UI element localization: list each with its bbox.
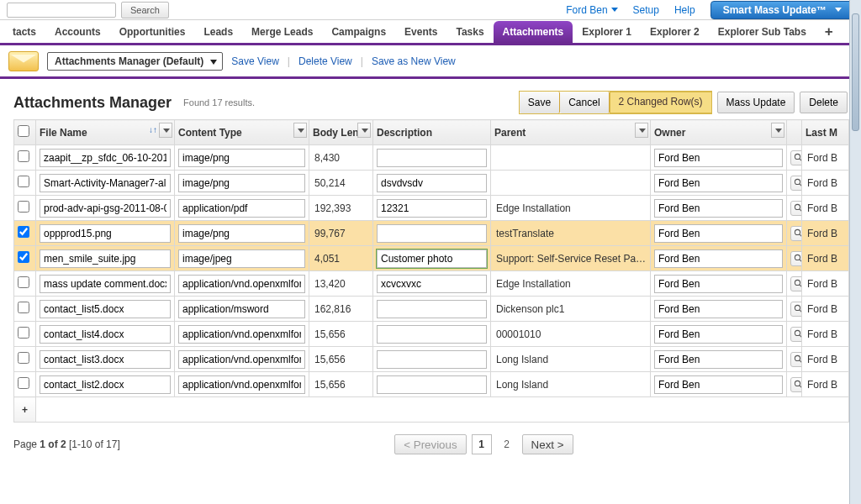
owner-lookup-icon[interactable] bbox=[790, 302, 802, 317]
description-input[interactable] bbox=[377, 350, 487, 369]
column-menu-icon[interactable] bbox=[293, 123, 307, 138]
page-number-1[interactable]: 1 bbox=[472, 434, 492, 454]
tab-campaigns[interactable]: Campaigns bbox=[322, 21, 395, 43]
owner-input[interactable] bbox=[654, 174, 783, 192]
description-input[interactable] bbox=[377, 300, 487, 318]
row-checkbox[interactable] bbox=[18, 276, 29, 288]
page-number-2[interactable]: 2 bbox=[497, 434, 517, 454]
owner-lookup-icon[interactable] bbox=[790, 352, 802, 367]
column-header-owner[interactable]: Owner bbox=[651, 120, 787, 145]
tab-add[interactable]: + bbox=[816, 21, 843, 43]
file-name-input[interactable] bbox=[40, 249, 171, 268]
owner-input[interactable] bbox=[654, 375, 783, 394]
tab-accounts[interactable]: Accounts bbox=[45, 21, 110, 43]
column-header-file-name[interactable]: File Name↓↑ bbox=[36, 120, 175, 145]
content-type-input[interactable] bbox=[178, 275, 305, 293]
help-link[interactable]: Help bbox=[674, 4, 695, 16]
owner-input[interactable] bbox=[654, 350, 783, 369]
row-checkbox[interactable] bbox=[18, 251, 29, 263]
row-checkbox[interactable] bbox=[18, 201, 29, 213]
file-name-input[interactable] bbox=[40, 375, 171, 394]
select-all-checkbox[interactable] bbox=[18, 125, 29, 137]
content-type-input[interactable] bbox=[178, 249, 305, 268]
column-menu-icon[interactable] bbox=[159, 123, 172, 138]
tab-explorer-sub-tabs[interactable]: Explorer Sub Tabs bbox=[709, 21, 816, 43]
column-menu-icon[interactable] bbox=[357, 123, 371, 138]
tab-leads[interactable]: Leads bbox=[194, 21, 242, 43]
owner-input[interactable] bbox=[654, 300, 783, 318]
row-checkbox[interactable] bbox=[18, 377, 29, 389]
save-button[interactable]: Save bbox=[520, 92, 560, 113]
row-checkbox[interactable] bbox=[18, 150, 29, 162]
row-checkbox[interactable] bbox=[18, 302, 29, 313]
file-name-input[interactable] bbox=[40, 199, 171, 218]
owner-input[interactable] bbox=[654, 149, 783, 167]
content-type-input[interactable] bbox=[178, 149, 305, 167]
user-menu[interactable]: Ford Ben bbox=[566, 4, 617, 16]
file-name-input[interactable] bbox=[40, 350, 171, 369]
column-header-last-m[interactable]: Last M bbox=[802, 120, 849, 145]
tab-events[interactable]: Events bbox=[395, 21, 446, 43]
owner-lookup-icon[interactable] bbox=[790, 327, 802, 342]
owner-input[interactable] bbox=[654, 224, 783, 243]
owner-lookup-icon[interactable] bbox=[790, 377, 802, 392]
owner-lookup-icon[interactable] bbox=[790, 150, 802, 165]
content-type-input[interactable] bbox=[178, 199, 305, 218]
row-checkbox[interactable] bbox=[18, 226, 29, 238]
file-name-input[interactable] bbox=[40, 149, 171, 167]
tab-opportunities[interactable]: Opportunities bbox=[110, 21, 195, 43]
column-header-select-all[interactable] bbox=[14, 120, 36, 145]
file-name-input[interactable] bbox=[40, 174, 171, 192]
tab-tasks[interactable]: Tasks bbox=[446, 21, 493, 43]
file-name-input[interactable] bbox=[40, 325, 171, 344]
save-view-link[interactable]: Save View bbox=[231, 55, 278, 67]
file-name-input[interactable] bbox=[40, 300, 171, 318]
tab-tacts[interactable]: tacts bbox=[3, 21, 45, 43]
column-header-content-type[interactable]: Content Type bbox=[175, 120, 309, 145]
description-input[interactable] bbox=[377, 149, 487, 167]
tab-explorer-2[interactable]: Explorer 2 bbox=[641, 21, 709, 43]
view-selector[interactable]: Attachments Manager (Default) bbox=[47, 52, 223, 71]
owner-lookup-icon[interactable] bbox=[790, 226, 802, 241]
content-type-input[interactable] bbox=[178, 375, 305, 394]
next-page-button[interactable]: Next > bbox=[522, 434, 573, 454]
content-type-input[interactable] bbox=[178, 224, 305, 243]
row-checkbox[interactable] bbox=[18, 176, 29, 187]
column-menu-icon[interactable] bbox=[635, 123, 648, 138]
owner-input[interactable] bbox=[654, 275, 783, 293]
owner-lookup-icon[interactable] bbox=[790, 176, 802, 191]
save-as-new-view-link[interactable]: Save as New View bbox=[372, 55, 456, 67]
global-search-input[interactable] bbox=[7, 3, 116, 18]
owner-lookup-icon[interactable] bbox=[790, 276, 802, 291]
column-header-description[interactable]: Description bbox=[373, 120, 491, 145]
scrollbar-thumb[interactable] bbox=[852, 13, 859, 131]
column-header-parent[interactable]: Parent bbox=[491, 120, 651, 145]
tab-merge-leads[interactable]: Merge Leads bbox=[242, 21, 322, 43]
description-input[interactable] bbox=[377, 249, 487, 268]
description-input[interactable] bbox=[377, 275, 487, 293]
column-header-body-length[interactable]: Body Len… bbox=[309, 120, 373, 145]
content-type-input[interactable] bbox=[178, 325, 305, 344]
description-input[interactable] bbox=[377, 325, 487, 344]
file-name-input[interactable] bbox=[40, 224, 171, 243]
smart-mass-update-button[interactable]: Smart Mass Update™ bbox=[710, 1, 854, 19]
content-type-input[interactable] bbox=[178, 300, 305, 318]
owner-input[interactable] bbox=[654, 325, 783, 344]
owner-input[interactable] bbox=[654, 199, 783, 218]
scrollbar-vertical[interactable] bbox=[849, 0, 861, 504]
content-type-input[interactable] bbox=[178, 350, 305, 369]
owner-lookup-icon[interactable] bbox=[790, 251, 802, 266]
add-row-button[interactable]: + bbox=[14, 397, 36, 423]
tab-attachments[interactable]: Attachments bbox=[494, 21, 573, 43]
description-input[interactable] bbox=[377, 199, 487, 218]
setup-link[interactable]: Setup bbox=[633, 4, 659, 16]
column-menu-icon[interactable] bbox=[771, 123, 784, 138]
mass-update-button[interactable]: Mass Update bbox=[717, 92, 795, 113]
content-type-input[interactable] bbox=[178, 174, 305, 192]
file-name-input[interactable] bbox=[40, 275, 171, 293]
tab-explorer-1[interactable]: Explorer 1 bbox=[573, 21, 641, 43]
cancel-button[interactable]: Cancel bbox=[560, 92, 609, 113]
previous-page-button[interactable]: < Previous bbox=[394, 434, 466, 454]
search-button[interactable]: Search bbox=[121, 2, 169, 18]
row-checkbox[interactable] bbox=[18, 352, 29, 364]
